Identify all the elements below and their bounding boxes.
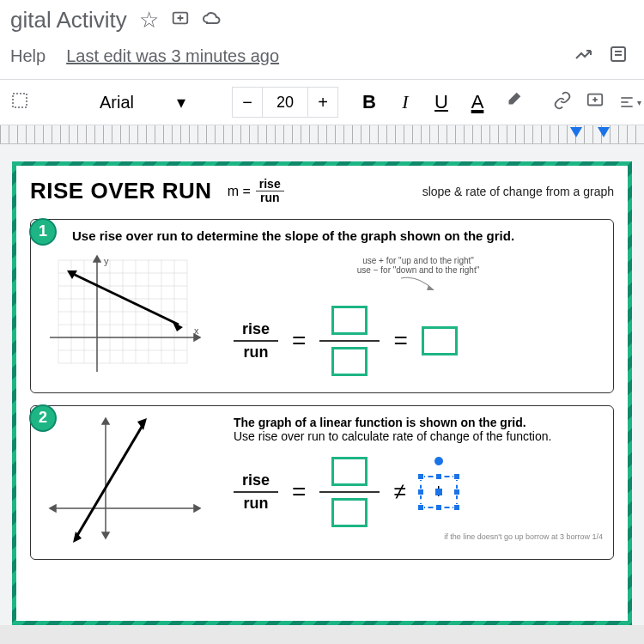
svg-marker-40 — [427, 285, 434, 290]
resize-handle[interactable] — [417, 473, 424, 480]
text-color-button[interactable]: A — [465, 91, 489, 113]
font-family-label: Arial — [100, 93, 134, 112]
resize-handle[interactable] — [453, 489, 460, 495]
svg-marker-34 — [94, 256, 100, 262]
problem-1-text: Use rise over run to determine the slope… — [72, 228, 603, 243]
menu-help[interactable]: Help — [10, 46, 46, 66]
problem-1-graph: y x — [41, 252, 213, 380]
indent-marker-2[interactable] — [598, 127, 610, 137]
run-input-box-2[interactable] — [331, 498, 368, 527]
menubar: Help Last edit was 3 minutes ago — [0, 40, 644, 80]
problem-2-equation: rise run = ≠ I — [234, 457, 603, 527]
comment-panel-icon[interactable] — [608, 44, 629, 69]
star-icon[interactable]: ☆ — [139, 7, 159, 33]
problem-1-hint: use + for "up and to the right" use − fo… — [234, 256, 603, 295]
svg-marker-43 — [194, 505, 200, 512]
chevron-down-icon: ▾ — [177, 92, 185, 112]
svg-marker-45 — [102, 418, 109, 424]
insert-group: ▾ — [553, 91, 644, 114]
cloud-icon[interactable] — [202, 7, 222, 33]
run-input-box[interactable] — [331, 347, 368, 376]
slope-result-box[interactable] — [422, 326, 458, 355]
problem-2: 2 — [30, 405, 614, 560]
resize-handle[interactable] — [435, 473, 442, 480]
resize-handle[interactable] — [435, 504, 442, 511]
ruler[interactable] — [0, 125, 644, 144]
problem-1: 1 Use rise over run to determine the slo… — [30, 219, 614, 393]
problem-1-badge: 1 — [29, 218, 57, 246]
underline-button[interactable]: U — [429, 91, 453, 113]
svg-text:y: y — [104, 256, 109, 266]
titlebar: gital Activity ☆ — [0, 0, 644, 40]
toolbar: Arial ▾ − 20 + B I U A ▾ — [0, 80, 644, 125]
problem-1-equation-area: use + for "up and to the right" use − fo… — [234, 256, 603, 376]
problem-2-text2: Use rise over run to calculate rate of c… — [234, 429, 603, 443]
resize-handle[interactable] — [417, 489, 424, 495]
font-size-decrease[interactable]: − — [232, 87, 263, 118]
svg-marker-44 — [50, 505, 56, 512]
svg-line-47 — [76, 422, 144, 538]
problem-1-equation: rise run = = — [234, 306, 603, 376]
problem-2-right: The graph of a linear function is shown … — [234, 416, 603, 541]
indent-marker[interactable] — [570, 127, 582, 137]
doc-title[interactable]: gital Activity — [10, 7, 127, 33]
svg-text:x: x — [194, 325, 199, 336]
font-family-select[interactable]: Arial ▾ — [91, 87, 194, 118]
resize-handle[interactable] — [417, 504, 424, 511]
trend-icon[interactable] — [574, 44, 594, 69]
problem-2-graph — [41, 410, 213, 547]
dotted-border-icon[interactable] — [10, 91, 29, 113]
rise-input-box[interactable] — [331, 306, 368, 335]
bold-button[interactable]: B — [357, 91, 381, 113]
slope-formula: m = rise run — [228, 178, 284, 205]
add-comment-icon[interactable] — [586, 91, 605, 114]
rise-input-box-2[interactable] — [331, 457, 368, 486]
resize-handle[interactable] — [453, 504, 460, 511]
font-size-stepper: − 20 + — [232, 87, 338, 118]
svg-rect-4 — [13, 94, 27, 107]
svg-marker-46 — [102, 532, 109, 538]
selected-answer-box[interactable]: I — [420, 476, 458, 508]
problem-2-text1: The graph of a linear function is shown … — [234, 416, 603, 429]
problem-2-footer: if the line doesn't go up borrow at 3 bo… — [234, 532, 603, 541]
text-format-group: B I U A — [357, 90, 526, 114]
highlight-icon[interactable] — [501, 90, 526, 114]
worksheet-subtitle: slope & rate of change from a graph — [422, 185, 614, 198]
worksheet-title: RISE OVER RUN — [30, 178, 212, 204]
not-equal-sign: ≠ — [393, 478, 405, 505]
worksheet-slide: RISE OVER RUN m = rise run slope & rate … — [12, 161, 632, 625]
rotate-handle[interactable] — [434, 457, 443, 465]
italic-button[interactable]: I — [393, 91, 417, 113]
last-edit-link[interactable]: Last edit was 3 minutes ago — [66, 46, 279, 66]
document-canvas[interactable]: RISE OVER RUN m = rise run slope & rate … — [0, 144, 644, 625]
link-icon[interactable] — [553, 91, 572, 114]
worksheet-header: RISE OVER RUN m = rise run slope & rate … — [30, 178, 614, 212]
font-size-increase[interactable]: + — [307, 87, 338, 118]
move-icon[interactable] — [171, 7, 190, 33]
resize-handle[interactable] — [453, 473, 460, 480]
align-icon[interactable]: ▾ — [618, 94, 641, 111]
font-size-value[interactable]: 20 — [263, 87, 307, 118]
